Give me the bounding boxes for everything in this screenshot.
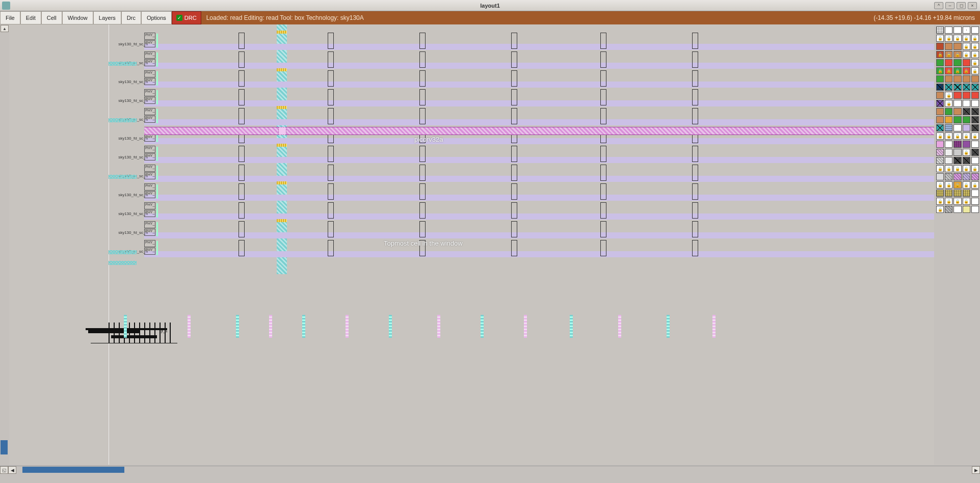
scroll-left-button[interactable]: ◀ bbox=[8, 466, 16, 474]
layer-swatch[interactable] bbox=[936, 59, 944, 66]
layer-swatch[interactable] bbox=[971, 84, 979, 91]
layer-swatch[interactable] bbox=[945, 92, 952, 99]
layer-swatch[interactable] bbox=[936, 198, 944, 205]
scroll-right-button[interactable]: ▶ bbox=[972, 466, 980, 474]
layer-swatch[interactable] bbox=[963, 75, 970, 83]
layer-swatch[interactable] bbox=[953, 124, 961, 131]
layer-swatch[interactable] bbox=[936, 181, 944, 189]
layer-swatch[interactable] bbox=[945, 59, 952, 66]
layer-swatch[interactable] bbox=[963, 198, 970, 205]
layer-swatch[interactable] bbox=[945, 198, 952, 205]
layer-swatch[interactable] bbox=[971, 165, 979, 172]
drc-button[interactable]: ✓ DRC bbox=[172, 11, 201, 24]
vscroll-thumb[interactable] bbox=[1, 440, 8, 454]
layer-swatch[interactable] bbox=[963, 51, 970, 58]
layer-swatch[interactable] bbox=[971, 157, 979, 164]
maximize-button[interactable]: ◻ bbox=[957, 2, 966, 9]
layer-swatch[interactable] bbox=[971, 181, 979, 189]
layer-swatch[interactable] bbox=[963, 132, 970, 140]
horizontal-scrollbar[interactable]: ◱ ◀ ▶ bbox=[0, 466, 980, 474]
layer-swatch[interactable] bbox=[945, 43, 952, 50]
layer-swatch[interactable] bbox=[936, 206, 944, 213]
layer-swatch[interactable] bbox=[945, 157, 952, 164]
layer-swatch[interactable] bbox=[945, 26, 952, 34]
minimize-button[interactable]: – bbox=[945, 2, 955, 9]
layer-swatch[interactable] bbox=[945, 132, 952, 140]
layer-swatch[interactable] bbox=[945, 206, 952, 213]
layer-swatch[interactable] bbox=[971, 190, 979, 197]
menu-drc[interactable]: Drc bbox=[121, 11, 141, 24]
layer-swatch[interactable] bbox=[953, 92, 961, 99]
layer-swatch[interactable] bbox=[971, 173, 979, 180]
layer-swatch[interactable] bbox=[936, 43, 944, 50]
scroll-up-button[interactable]: ▲ bbox=[1, 25, 9, 32]
layer-swatch[interactable] bbox=[971, 198, 979, 205]
layer-swatch[interactable] bbox=[945, 181, 952, 189]
layer-swatch[interactable] bbox=[953, 43, 961, 50]
layer-swatch[interactable] bbox=[971, 67, 979, 74]
layer-swatch[interactable] bbox=[936, 84, 944, 91]
layer-swatch[interactable] bbox=[963, 149, 970, 156]
layer-swatch[interactable] bbox=[936, 92, 944, 99]
menu-options[interactable]: Options bbox=[141, 11, 172, 24]
layer-swatch[interactable] bbox=[945, 116, 952, 123]
menu-file[interactable]: File bbox=[0, 11, 20, 24]
layer-swatch[interactable] bbox=[971, 92, 979, 99]
layer-swatch[interactable] bbox=[936, 51, 944, 58]
layer-swatch[interactable] bbox=[953, 206, 961, 213]
layer-swatch[interactable] bbox=[936, 75, 944, 83]
layer-swatch[interactable] bbox=[963, 84, 970, 91]
scroll-origin-button[interactable]: ◱ bbox=[0, 466, 8, 474]
layer-swatch[interactable] bbox=[953, 181, 961, 189]
layer-swatch[interactable] bbox=[953, 173, 961, 180]
layer-swatch[interactable] bbox=[963, 141, 970, 148]
layer-swatch[interactable] bbox=[971, 206, 979, 213]
layer-swatch[interactable] bbox=[963, 43, 970, 50]
layer-swatch[interactable] bbox=[953, 108, 961, 115]
layer-swatch[interactable] bbox=[971, 26, 979, 34]
vscroll-track[interactable] bbox=[1, 440, 8, 466]
layer-swatch[interactable] bbox=[963, 173, 970, 180]
layer-swatch[interactable] bbox=[971, 141, 979, 148]
layout-canvas[interactable]: sky130_fd_sc_hPHY_PHY_sky130_fd_sc_hPHY_… bbox=[9, 24, 934, 465]
layer-swatch[interactable] bbox=[936, 67, 944, 74]
layer-swatch[interactable] bbox=[953, 75, 961, 83]
layer-swatch[interactable] bbox=[936, 190, 944, 197]
layer-swatch[interactable] bbox=[963, 116, 970, 123]
layer-swatch[interactable] bbox=[953, 67, 961, 74]
layer-swatch[interactable] bbox=[936, 26, 944, 34]
vertical-scrollbar[interactable]: ▲ bbox=[0, 24, 9, 474]
layer-swatch[interactable] bbox=[936, 173, 944, 180]
layer-swatch[interactable] bbox=[963, 100, 970, 107]
layer-swatch[interactable] bbox=[945, 51, 952, 58]
layer-swatch[interactable] bbox=[971, 132, 979, 140]
layer-swatch[interactable] bbox=[963, 206, 970, 213]
layer-swatch[interactable] bbox=[953, 190, 961, 197]
layer-swatch[interactable] bbox=[963, 67, 970, 74]
layer-swatch[interactable] bbox=[971, 149, 979, 156]
layer-swatch[interactable] bbox=[953, 132, 961, 140]
layer-swatch[interactable] bbox=[971, 59, 979, 66]
layer-swatch[interactable] bbox=[936, 124, 944, 131]
layer-swatch[interactable] bbox=[953, 59, 961, 66]
menu-window[interactable]: Window bbox=[62, 11, 93, 24]
layer-swatch[interactable] bbox=[936, 157, 944, 164]
layer-swatch[interactable] bbox=[953, 157, 961, 164]
layer-swatch[interactable] bbox=[953, 141, 961, 148]
layer-swatch[interactable] bbox=[945, 149, 952, 156]
layer-swatch[interactable] bbox=[953, 165, 961, 172]
hscroll-track[interactable] bbox=[16, 466, 972, 474]
layer-swatch[interactable] bbox=[953, 100, 961, 107]
layer-swatch[interactable] bbox=[971, 108, 979, 115]
layer-swatch[interactable] bbox=[945, 75, 952, 83]
layer-swatch[interactable] bbox=[945, 173, 952, 180]
layer-swatch[interactable] bbox=[953, 116, 961, 123]
layer-swatch[interactable] bbox=[963, 181, 970, 189]
layer-swatch[interactable] bbox=[945, 165, 952, 172]
layer-swatch[interactable] bbox=[971, 35, 979, 42]
layer-swatch[interactable] bbox=[953, 149, 961, 156]
layer-swatch[interactable] bbox=[936, 165, 944, 172]
layer-swatch[interactable] bbox=[953, 51, 961, 58]
menu-edit[interactable]: Edit bbox=[20, 11, 41, 24]
layer-swatch[interactable] bbox=[963, 92, 970, 99]
